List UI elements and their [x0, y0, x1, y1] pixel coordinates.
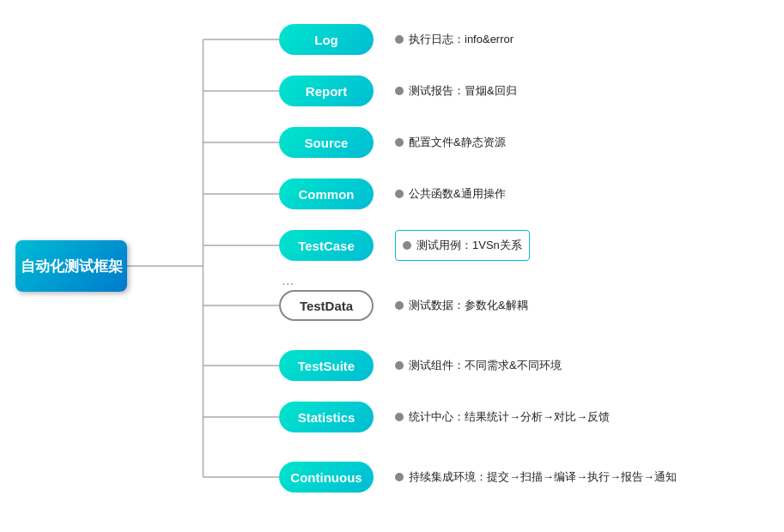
root-node: 自动化测试框架	[15, 240, 127, 292]
branch-label-testdata: TestData	[300, 299, 353, 313]
desc-label-testsuite: 测试组件：不同需求&不同环境	[395, 350, 562, 381]
desc-label-log: 执行日志：info&error	[395, 24, 514, 55]
branch-label-statistics: Statistics	[298, 410, 356, 425]
connector-dot-report	[395, 87, 404, 95]
desc-text-statistics: 统计中心：结果统计→分析→对比→反馈	[409, 409, 610, 425]
connector-dot-testsuite	[395, 361, 404, 370]
branch-node-statistics: Statistics	[279, 402, 374, 432]
branch-node-log: Log	[279, 24, 374, 55]
branch-label-continuous: Continuous	[290, 470, 362, 485]
branch-node-source: Source	[279, 127, 374, 158]
connector-dot-testdata	[395, 301, 404, 310]
connector-dot-testcase	[403, 241, 411, 250]
desc-text-testdata: 测试数据：参数化&解耦	[409, 298, 528, 313]
branch-label-testsuite: TestSuite	[298, 359, 355, 373]
desc-label-testdata: 测试数据：参数化&解耦	[395, 290, 528, 321]
desc-label-common: 公共函数&通用操作	[395, 178, 506, 209]
desc-label-continuous: 持续集成环境：提交→扫描→编译→执行→报告→通知	[395, 462, 677, 493]
branch-label-log: Log	[314, 33, 338, 47]
desc-text-report: 测试报告：冒烟&回归	[409, 83, 517, 99]
desc-text-source: 配置文件&静态资源	[409, 135, 506, 150]
branch-node-common: Common	[279, 178, 374, 209]
desc-text-testcase: 测试用例：1VSn关系	[416, 238, 522, 253]
branch-label-source: Source	[305, 136, 349, 150]
desc-label-testcase: 测试用例：1VSn关系	[395, 230, 530, 261]
mind-map-diagram: 自动化测试框架 Log执行日志：info&errorReport测试报告：冒烟&…	[0, 0, 784, 532]
root-label: 自动化测试框架	[21, 257, 123, 276]
branch-label-common: Common	[299, 187, 355, 202]
branch-label-testcase: TestCase	[298, 239, 355, 253]
branch-node-testsuite: TestSuite	[279, 350, 374, 381]
connector-dot-continuous	[395, 473, 404, 481]
connector-dot-common	[395, 190, 404, 198]
connector-dot-source	[395, 138, 404, 147]
branch-node-report: Report	[279, 76, 374, 106]
desc-text-testsuite: 测试组件：不同需求&不同环境	[409, 358, 562, 373]
branch-node-testdata: TestData	[279, 290, 374, 321]
desc-text-log: 执行日志：info&error	[409, 32, 514, 47]
desc-label-report: 测试报告：冒烟&回归	[395, 76, 517, 106]
desc-label-source: 配置文件&静态资源	[395, 127, 506, 158]
branch-label-report: Report	[306, 84, 347, 99]
connector-dot-log	[395, 35, 404, 44]
branch-node-continuous: Continuous	[279, 462, 374, 493]
desc-text-continuous: 持续集成环境：提交→扫描→编译→执行→报告→通知	[409, 469, 677, 485]
connector-dot-statistics	[395, 413, 404, 421]
desc-label-statistics: 统计中心：结果统计→分析→对比→反馈	[395, 402, 610, 432]
branch-node-testcase: TestCase	[279, 230, 374, 261]
desc-text-common: 公共函数&通用操作	[409, 186, 506, 202]
